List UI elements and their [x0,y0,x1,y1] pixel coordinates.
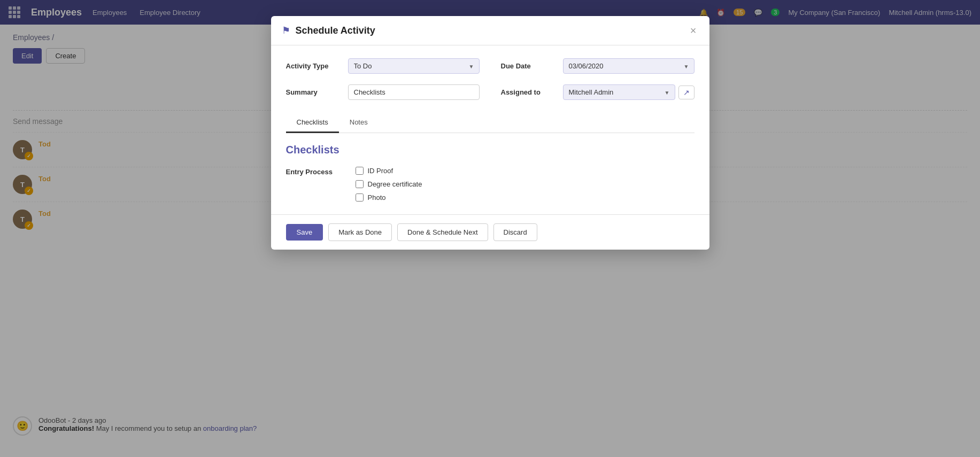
activity-type-group: Activity Type To DoEmailCallMeeting [286,58,480,74]
checklist-item-id-proof: ID Proof [356,167,422,175]
checklists-section-title: Checklists [286,144,695,156]
due-date-label: Due Date [501,62,554,70]
checklist-label-degree: Degree certificate [368,180,422,188]
modal-body: Activity Type To DoEmailCallMeeting Due … [271,45,709,214]
mark-as-done-button[interactable]: Mark as Done [328,223,392,241]
summary-label: Summary [286,88,339,96]
schedule-activity-modal: ⚑ Schedule Activity × Activity Type To D… [271,16,709,250]
checklist-items: ID Proof Degree certificate Photo [356,167,422,202]
activity-type-select[interactable]: To DoEmailCallMeeting [348,58,480,74]
checklist-item-photo: Photo [356,193,422,202]
checkbox-id-proof[interactable] [356,167,364,175]
activity-icon: ⚑ [282,25,290,36]
modal-close-button[interactable]: × [688,25,699,36]
assigned-to-group: Assigned to Mitchell Admin ↗ [501,84,695,100]
summary-input[interactable] [348,84,480,100]
checklist-label-id-proof: ID Proof [368,167,393,175]
done-schedule-next-button[interactable]: Done & Schedule Next [397,223,488,241]
checkbox-degree[interactable] [356,180,364,188]
form-grid: Activity Type To DoEmailCallMeeting Due … [286,58,695,100]
checkbox-photo[interactable] [356,193,364,202]
checklists-content: Checklists Entry Process ID Proof Degree… [286,144,695,202]
activity-type-select-wrapper[interactable]: To DoEmailCallMeeting [348,58,480,74]
modal-header: ⚑ Schedule Activity × [271,16,709,45]
assigned-to-label: Assigned to [501,88,554,96]
summary-group: Summary [286,84,480,100]
entry-process-label: Entry Process [286,167,345,176]
assigned-to-select-wrapper[interactable]: Mitchell Admin [563,84,675,100]
due-date-select-wrapper[interactable]: 03/06/2020 [563,58,695,74]
checklist-item-degree: Degree certificate [356,180,422,188]
assigned-to-wrapper: Mitchell Admin ↗ [563,84,695,100]
save-button[interactable]: Save [286,224,323,241]
modal-tabs: Checklists Notes [286,113,695,133]
tab-checklists[interactable]: Checklists [286,113,339,133]
due-date-group: Due Date 03/06/2020 [501,58,695,74]
modal-footer: Save Mark as Done Done & Schedule Next D… [271,214,709,250]
discard-button[interactable]: Discard [493,223,537,241]
checklist-label-photo: Photo [368,193,386,202]
activity-type-label: Activity Type [286,62,339,70]
assigned-to-external-link[interactable]: ↗ [678,86,695,99]
due-date-select[interactable]: 03/06/2020 [563,58,695,74]
assigned-to-select[interactable]: Mitchell Admin [563,84,675,100]
modal-overlay: ⚑ Schedule Activity × Activity Type To D… [0,0,980,457]
tab-notes[interactable]: Notes [339,113,379,133]
modal-title: Schedule Activity [296,25,683,36]
checklist-section: Entry Process ID Proof Degree certificat… [286,167,695,202]
